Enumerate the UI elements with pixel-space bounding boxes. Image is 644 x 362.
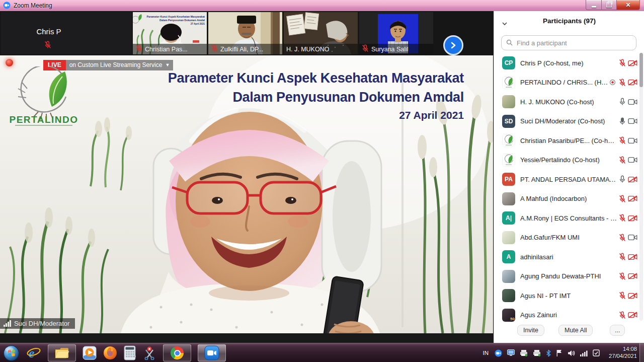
participant-row[interactable]: A|A.M.Rony | EOS Consultants - B... [494,208,638,228]
mic-icon-muted [362,44,369,52]
video-tile[interactable]: Zulkifli Ali, DP... [208,12,282,54]
main-video-feed: Parameter Kunci Aspek Kesehatan Masyarak… [0,55,493,333]
minimize-button[interactable] [586,0,602,10]
mic-status [617,311,627,319]
participant-name: Chris P [1,27,97,36]
mic-muted-icon [135,44,142,54]
zoom-tray-icon[interactable] [495,349,502,357]
participant-name: Yessie/Pertalindo (Co-host) [520,156,617,164]
participant-name: Suryana Salil [371,46,409,53]
maximize-button[interactable] [602,0,616,10]
search-input[interactable] [516,36,633,49]
more-options-button[interactable]: ... [610,325,625,336]
avatar: A| [502,211,515,225]
network-icon[interactable] [580,350,588,356]
participant-row[interactable]: H. J. MUKONO (Co-host) [494,92,638,112]
video-status [627,195,638,202]
participant-row[interactable]: A Mahfud (Indocarbon) [494,189,638,209]
scrollbar-thumb[interactable] [639,53,643,87]
participants-panel: Participants (97) CPChris P (Co-host, me… [494,11,644,343]
video-tile[interactable]: Suryana Salil [359,12,433,54]
participant-row[interactable]: Yessie/Pertalindo (Co-host) [494,151,638,170]
printer-icon[interactable] [520,349,528,356]
mic-icon [619,117,626,125]
avatar-photo [502,192,515,205]
video-tile[interactable]: H. J. MUKONO [284,12,358,54]
participant-row[interactable]: PERTALINDO / CHRIS... (Host) [494,73,638,93]
file-explorer-icon[interactable] [48,344,76,361]
video-status [627,273,638,279]
chrome-icon[interactable] [163,344,191,361]
participant-search [501,35,636,50]
live-service-label: on Custom Live Streaming Service [69,60,163,70]
display-icon[interactable] [507,349,515,356]
firefox-icon[interactable] [103,345,117,361]
internet-explorer-icon[interactable]: e [26,345,41,361]
mic-icon-muted [211,44,218,52]
mic-icon-muted [619,195,626,203]
participant-name: A Mahfud (Indocarbon) [520,195,617,202]
printer-2-icon[interactable] [533,349,541,356]
avatar: A [502,250,515,263]
taskbar-apps: e [3,345,226,361]
participant-row[interactable]: SDSuci DH/Moderator (Co-host) [494,112,638,131]
participant-row[interactable]: Aadhinilasari [494,247,638,267]
media-player-icon[interactable] [83,345,97,361]
participant-name: Zulkifli Ali, DP... [220,46,263,53]
mic-icon-muted [135,44,142,52]
flag-icon[interactable] [556,349,562,356]
start-icon[interactable] [3,345,20,361]
show-desktop-button[interactable] [639,343,644,362]
mic-muted-icon [44,41,51,51]
participant-row[interactable]: Agus NI - PT IMT [494,286,638,306]
recording-indicator-icon [609,79,616,86]
taskbar-clock[interactable]: 14:08 27/04/2021 [609,346,637,359]
participant-row[interactable]: Abd.Gafur/FKM UMI [494,228,638,248]
video-status [627,137,638,144]
mic-muted-icon [362,44,369,54]
svg-text:e: e [29,346,35,360]
pertalindo-logo-avatar [502,154,515,167]
video-tile[interactable]: Parameter Kunci Aspek Kesehatan Masyarak… [133,12,207,54]
avatar-photo [502,289,515,302]
live-service-dropdown[interactable]: on Custom Live Streaming Service ▼ [66,60,174,70]
calculator-icon[interactable] [124,345,136,361]
camera-icon-off [628,176,637,183]
search-icon [506,39,513,46]
participant-row[interactable]: Christian Pasaribu/PE... (Co-host) [494,131,638,151]
mic-icon [619,98,626,106]
next-videos-button[interactable] [443,35,463,55]
mute-all-button[interactable]: Mute All [558,325,593,336]
mic-status [617,175,627,183]
desktop: Zoom Meeting ✕ Chris P Parameter Kunci A… [0,0,644,362]
mic-icon-muted [619,156,626,164]
participant-name: adhinilasari [520,253,617,261]
participant-row[interactable]: Agung Pandu Dewata-PTHI [494,267,638,286]
participant-name: H. J. MUKONO [286,46,329,53]
video-tile-active-speaker[interactable]: Chris P [1,12,132,54]
window-titlebar: Zoom Meeting ✕ [0,0,644,12]
close-button[interactable]: ✕ [616,0,640,10]
speaker-name-label: Suci DH/Moderator [0,318,75,329]
mic-status [617,98,627,106]
volume-icon[interactable] [568,350,575,356]
bluetooth-icon[interactable] [546,349,551,357]
video-status [627,118,638,124]
invite-button[interactable]: Invite [517,325,544,336]
participant-row[interactable]: PAPT. ANDAL PERSADA UTAMA R... [494,170,638,189]
action-center-icon[interactable] [593,349,600,356]
mic-icon-muted [619,311,626,319]
scrollbar[interactable] [639,53,643,321]
window-title: Zoom Meeting [14,2,52,9]
participant-row[interactable]: CPChris P (Co-host, me) [494,53,638,73]
participant-row[interactable]: 50Agus Zainuri [494,306,638,325]
mic-icon-muted [619,59,626,67]
avatar: CP [502,56,515,69]
participant-name: H. J. MUKONO (Co-host) [520,98,617,106]
avatar-photo: 50 [502,309,515,322]
video-status [627,254,638,260]
snipping-tool-icon[interactable] [142,345,156,361]
camera-icon [628,137,637,144]
language-indicator[interactable]: IN [483,350,489,356]
zoom-icon[interactable] [198,344,226,361]
